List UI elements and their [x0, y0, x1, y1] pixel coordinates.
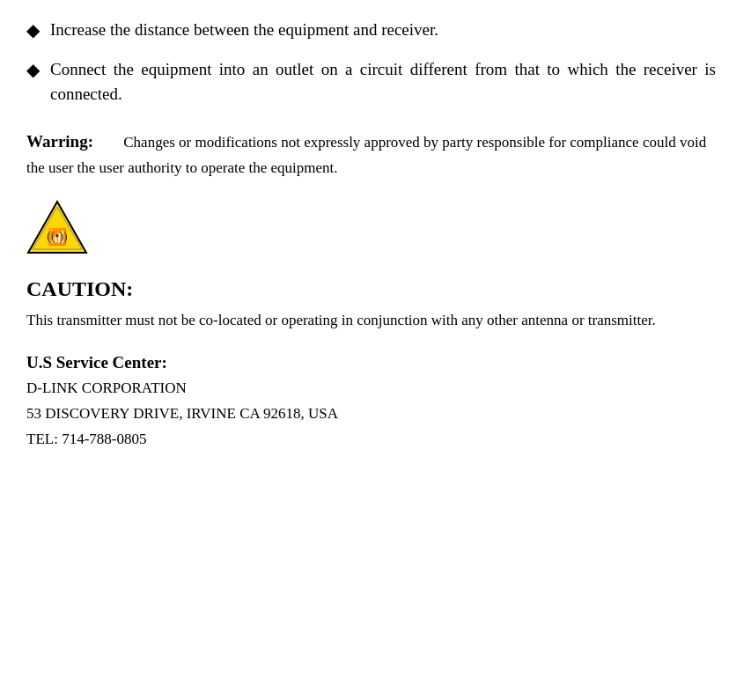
- service-center-line3: TEL: 714-788-0805: [26, 427, 716, 453]
- bullet-item-2: ◆ Connect the equipment into an outlet o…: [26, 57, 716, 107]
- svg-text:((•)): ((•)): [47, 230, 68, 244]
- caution-text: This transmitter must not be co-located …: [26, 308, 716, 332]
- service-center-details: D-LINK CORPORATION 53 DISCOVERY DRIVE, I…: [26, 376, 716, 453]
- warning-icon-container: 📶 ((•)): [26, 198, 716, 260]
- service-center-line2: 53 DISCOVERY DRIVE, IRVINE CA 92618, USA: [26, 402, 716, 427]
- bullet-section: ◆ Increase the distance between the equi…: [26, 18, 716, 107]
- service-center-section: U.S Service Center: D-LINK CORPORATION 5…: [26, 353, 716, 453]
- caution-title: CAUTION:: [26, 277, 716, 301]
- caution-section: CAUTION: This transmitter must not be co…: [26, 277, 716, 332]
- bullet-item-1: ◆ Increase the distance between the equi…: [26, 18, 716, 43]
- bullet-text-1: Increase the distance between the equipm…: [50, 18, 716, 43]
- warring-body: Changes or modifications not expressly a…: [26, 134, 706, 176]
- warring-section: Warring: Changes or modifications not ex…: [26, 129, 716, 181]
- service-center-line1: D-LINK CORPORATION: [26, 376, 716, 402]
- service-center-title: U.S Service Center:: [26, 353, 716, 372]
- bullet-diamond-2: ◆: [26, 59, 40, 80]
- warning-triangle-icon: 📶 ((•)): [26, 198, 88, 255]
- warring-label: Warring:: [26, 132, 93, 151]
- bullet-diamond-1: ◆: [26, 19, 40, 41]
- bullet-text-2: Connect the equipment into an outlet on …: [50, 57, 716, 107]
